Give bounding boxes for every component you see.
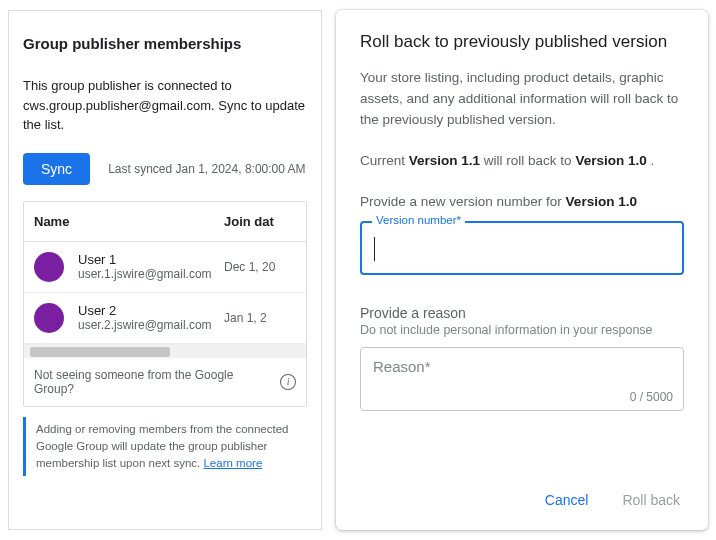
rollback-dialog: Roll back to previously published versio…: [336, 10, 708, 530]
text-caret: [374, 237, 375, 261]
version-number-input[interactable]: [362, 223, 682, 273]
rollback-button[interactable]: Roll back: [618, 486, 684, 514]
avatar: [34, 252, 64, 282]
provide-version-target: Version 1.0: [566, 194, 637, 209]
target-version: Version 1.0: [575, 153, 646, 168]
dialog-title: Roll back to previously published versio…: [360, 32, 684, 52]
column-join-date: Join dat: [224, 214, 296, 229]
horizontal-scrollbar[interactable]: [24, 344, 306, 358]
current-version: Version 1.1: [409, 153, 480, 168]
panel-description: This group publisher is connected to cws…: [23, 76, 307, 135]
version-number-floating-label: Version number*: [372, 214, 465, 226]
not-seeing-text: Not seeing someone from the Google Group…: [34, 368, 274, 396]
scrollbar-thumb[interactable]: [30, 347, 170, 357]
char-count: 0 / 5000: [630, 390, 673, 404]
user-email: user.1.jswire@gmail.com: [78, 267, 224, 281]
provide-version-label: Provide a new version number for Version…: [360, 194, 684, 209]
table-header: Name Join dat: [24, 202, 306, 242]
cancel-button[interactable]: Cancel: [541, 486, 593, 514]
version-line-pre: Current: [360, 153, 409, 168]
reason-subtext: Do not include personal information in y…: [360, 323, 684, 337]
panel-title: Group publisher memberships: [23, 35, 307, 52]
not-seeing-row: Not seeing someone from the Google Group…: [24, 358, 306, 406]
group-publisher-memberships-panel: Group publisher memberships This group p…: [8, 10, 322, 530]
sync-button[interactable]: Sync: [23, 153, 90, 185]
version-line-mid: will roll back to: [484, 153, 576, 168]
user-join-date: Jan 1, 2: [224, 311, 267, 325]
sync-note: Adding or removing members from the conn…: [23, 417, 307, 477]
provide-version-pre: Provide a new version number for: [360, 194, 566, 209]
reason-textarea[interactable]: Reason* 0 / 5000: [360, 347, 684, 411]
version-number-field[interactable]: Version number*: [360, 221, 684, 275]
user-join-date: Dec 1, 20: [224, 260, 275, 274]
learn-more-link[interactable]: Learn more: [203, 457, 262, 469]
user-email: user.2.jswire@gmail.com: [78, 318, 224, 332]
reason-heading: Provide a reason: [360, 305, 684, 321]
sync-row: Sync Last synced Jan 1, 2024, 8:00:00 AM: [23, 153, 307, 185]
table-row: User 1 user.1.jswire@gmail.com Dec 1, 20: [24, 242, 306, 293]
dialog-description: Your store listing, including product de…: [360, 68, 684, 131]
column-name: Name: [34, 214, 224, 229]
last-synced-text: Last synced Jan 1, 2024, 8:00:00 AM: [108, 162, 305, 176]
members-table: Name Join dat User 1 user.1.jswire@gmail…: [23, 201, 307, 407]
user-name: User 2: [78, 303, 224, 318]
dialog-actions: Cancel Roll back: [360, 468, 684, 514]
reason-placeholder: Reason*: [373, 358, 431, 375]
avatar: [34, 303, 64, 333]
version-line-post: .: [650, 153, 654, 168]
user-name: User 1: [78, 252, 224, 267]
version-line: Current Version 1.1 will roll back to Ve…: [360, 153, 684, 168]
info-icon[interactable]: i: [280, 374, 296, 390]
table-row: User 2 user.2.jswire@gmail.com Jan 1, 2: [24, 293, 306, 344]
